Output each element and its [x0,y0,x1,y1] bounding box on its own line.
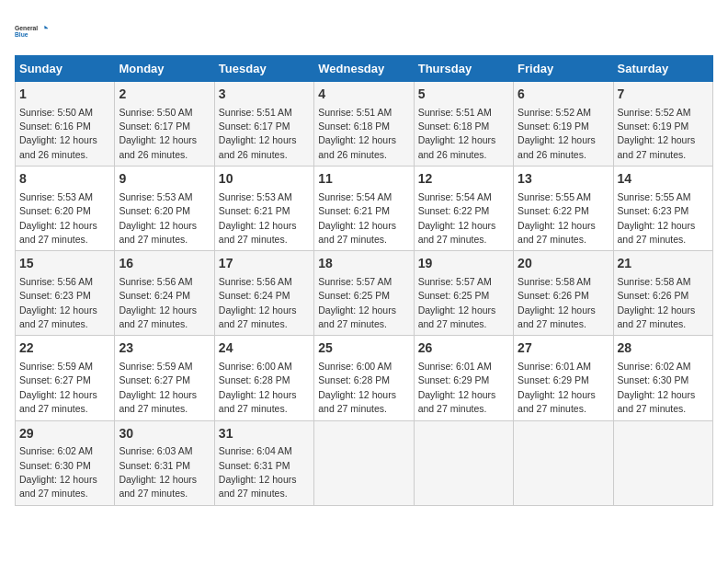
day-cell: 22 Sunrise: 5:59 AM Sunset: 6:27 PM Dayl… [16,336,115,420]
day-number: 5 [418,86,509,104]
day-cell: 6 Sunrise: 5:52 AM Sunset: 6:19 PM Dayli… [514,82,613,167]
day-cell: 7 Sunrise: 5:52 AM Sunset: 6:19 PM Dayli… [613,82,712,167]
svg-marker-2 [44,26,48,29]
week-row-5: 29 Sunrise: 6:02 AM Sunset: 6:30 PM Dayl… [16,420,713,505]
day-number: 11 [318,170,409,189]
cell-content: Sunrise: 5:54 AM Sunset: 6:22 PM Dayligh… [418,191,496,245]
cell-content: Sunrise: 5:52 AM Sunset: 6:19 PM Dayligh… [618,107,696,160]
day-number: 25 [318,339,409,358]
day-number: 22 [19,339,110,358]
header: General Blue [15,15,713,48]
day-cell: 13 Sunrise: 5:55 AM Sunset: 6:22 PM Dayl… [514,167,613,251]
day-cell: 16 Sunrise: 5:56 AM Sunset: 6:24 PM Dayl… [115,251,214,336]
cell-content: Sunrise: 6:04 AM Sunset: 6:31 PM Dayligh… [219,445,297,499]
day-number: 14 [618,170,709,189]
cell-content: Sunrise: 6:01 AM Sunset: 6:29 PM Dayligh… [418,361,496,414]
day-cell: 27 Sunrise: 6:01 AM Sunset: 6:29 PM Dayl… [514,336,613,420]
day-cell: 8 Sunrise: 5:53 AM Sunset: 6:20 PM Dayli… [16,167,115,251]
logo-svg: General Blue [15,15,48,48]
day-cell: 29 Sunrise: 6:02 AM Sunset: 6:30 PM Dayl… [16,420,115,505]
cell-content: Sunrise: 6:02 AM Sunset: 6:30 PM Dayligh… [19,445,97,499]
day-cell: 30 Sunrise: 6:03 AM Sunset: 6:31 PM Dayl… [115,420,214,505]
day-cell [514,420,613,505]
cell-content: Sunrise: 6:02 AM Sunset: 6:30 PM Dayligh… [618,361,696,414]
day-cell: 20 Sunrise: 5:58 AM Sunset: 6:26 PM Dayl… [514,251,613,336]
day-number: 18 [318,255,409,273]
calendar-table: SundayMondayTuesdayWednesdayThursdayFrid… [15,55,713,506]
day-number: 27 [518,339,609,358]
cell-content: Sunrise: 5:54 AM Sunset: 6:21 PM Dayligh… [318,191,396,245]
cell-content: Sunrise: 5:51 AM Sunset: 6:18 PM Dayligh… [318,107,396,160]
column-header-saturday: Saturday [613,56,712,82]
cell-content: Sunrise: 5:59 AM Sunset: 6:27 PM Dayligh… [19,361,97,414]
day-cell: 31 Sunrise: 6:04 AM Sunset: 6:31 PM Dayl… [214,420,313,505]
cell-content: Sunrise: 5:53 AM Sunset: 6:20 PM Dayligh… [119,191,197,245]
day-cell: 18 Sunrise: 5:57 AM Sunset: 6:25 PM Dayl… [314,251,414,336]
day-number: 16 [119,255,210,273]
svg-text:Blue: Blue [15,31,28,38]
day-cell: 28 Sunrise: 6:02 AM Sunset: 6:30 PM Dayl… [613,336,712,420]
cell-content: Sunrise: 5:56 AM Sunset: 6:24 PM Dayligh… [219,276,297,329]
day-cell: 15 Sunrise: 5:56 AM Sunset: 6:23 PM Dayl… [16,251,115,336]
cell-content: Sunrise: 5:57 AM Sunset: 6:25 PM Dayligh… [418,276,496,329]
day-cell: 21 Sunrise: 5:58 AM Sunset: 6:26 PM Dayl… [613,251,712,336]
cell-content: Sunrise: 5:51 AM Sunset: 6:18 PM Dayligh… [418,107,496,160]
column-header-tuesday: Tuesday [214,56,313,82]
day-number: 3 [219,86,310,104]
day-cell: 1 Sunrise: 5:50 AM Sunset: 6:16 PM Dayli… [16,82,115,167]
day-number: 26 [418,339,509,358]
day-number: 19 [418,255,509,273]
cell-content: Sunrise: 5:55 AM Sunset: 6:22 PM Dayligh… [518,191,596,245]
day-number: 10 [219,170,310,189]
day-cell: 11 Sunrise: 5:54 AM Sunset: 6:21 PM Dayl… [314,167,414,251]
day-cell: 3 Sunrise: 5:51 AM Sunset: 6:17 PM Dayli… [214,82,313,167]
day-number: 7 [618,86,709,104]
day-cell: 2 Sunrise: 5:50 AM Sunset: 6:17 PM Dayli… [115,82,214,167]
day-number: 1 [19,86,110,104]
cell-content: Sunrise: 5:53 AM Sunset: 6:20 PM Dayligh… [19,191,97,245]
day-cell [414,420,513,505]
day-number: 23 [119,339,210,358]
day-cell: 4 Sunrise: 5:51 AM Sunset: 6:18 PM Dayli… [314,82,414,167]
cell-content: Sunrise: 5:58 AM Sunset: 6:26 PM Dayligh… [618,276,696,329]
cell-content: Sunrise: 5:52 AM Sunset: 6:19 PM Dayligh… [518,107,596,160]
day-number: 29 [19,425,110,443]
day-cell [613,420,712,505]
day-number: 12 [418,170,509,189]
cell-content: Sunrise: 5:50 AM Sunset: 6:17 PM Dayligh… [119,107,197,160]
cell-content: Sunrise: 6:01 AM Sunset: 6:29 PM Dayligh… [518,361,596,414]
day-cell: 12 Sunrise: 5:54 AM Sunset: 6:22 PM Dayl… [414,167,513,251]
column-header-thursday: Thursday [414,56,513,82]
cell-content: Sunrise: 5:50 AM Sunset: 6:16 PM Dayligh… [19,107,97,160]
day-cell: 24 Sunrise: 6:00 AM Sunset: 6:28 PM Dayl… [214,336,313,420]
day-number: 6 [518,86,609,104]
week-row-4: 22 Sunrise: 5:59 AM Sunset: 6:27 PM Dayl… [16,336,713,420]
column-header-sunday: Sunday [16,56,115,82]
day-number: 17 [219,255,310,273]
day-number: 24 [219,339,310,358]
day-number: 30 [119,425,210,443]
day-number: 13 [518,170,609,189]
day-cell: 23 Sunrise: 5:59 AM Sunset: 6:27 PM Dayl… [115,336,214,420]
column-header-friday: Friday [514,56,613,82]
day-number: 31 [219,425,310,443]
logo: General Blue [15,15,48,48]
cell-content: Sunrise: 5:51 AM Sunset: 6:17 PM Dayligh… [219,107,297,160]
day-cell: 9 Sunrise: 5:53 AM Sunset: 6:20 PM Dayli… [115,167,214,251]
day-cell: 14 Sunrise: 5:55 AM Sunset: 6:23 PM Dayl… [613,167,712,251]
day-cell: 26 Sunrise: 6:01 AM Sunset: 6:29 PM Dayl… [414,336,513,420]
cell-content: Sunrise: 5:58 AM Sunset: 6:26 PM Dayligh… [518,276,596,329]
header-row: SundayMondayTuesdayWednesdayThursdayFrid… [16,56,713,82]
week-row-1: 1 Sunrise: 5:50 AM Sunset: 6:16 PM Dayli… [16,82,713,167]
day-number: 21 [618,255,709,273]
week-row-3: 15 Sunrise: 5:56 AM Sunset: 6:23 PM Dayl… [16,251,713,336]
cell-content: Sunrise: 5:59 AM Sunset: 6:27 PM Dayligh… [119,361,197,414]
day-number: 2 [119,86,210,104]
cell-content: Sunrise: 5:57 AM Sunset: 6:25 PM Dayligh… [318,276,396,329]
cell-content: Sunrise: 6:00 AM Sunset: 6:28 PM Dayligh… [318,361,396,414]
day-number: 20 [518,255,609,273]
day-number: 9 [119,170,210,189]
svg-text:General: General [15,25,38,31]
day-cell: 25 Sunrise: 6:00 AM Sunset: 6:28 PM Dayl… [314,336,414,420]
day-cell: 19 Sunrise: 5:57 AM Sunset: 6:25 PM Dayl… [414,251,513,336]
